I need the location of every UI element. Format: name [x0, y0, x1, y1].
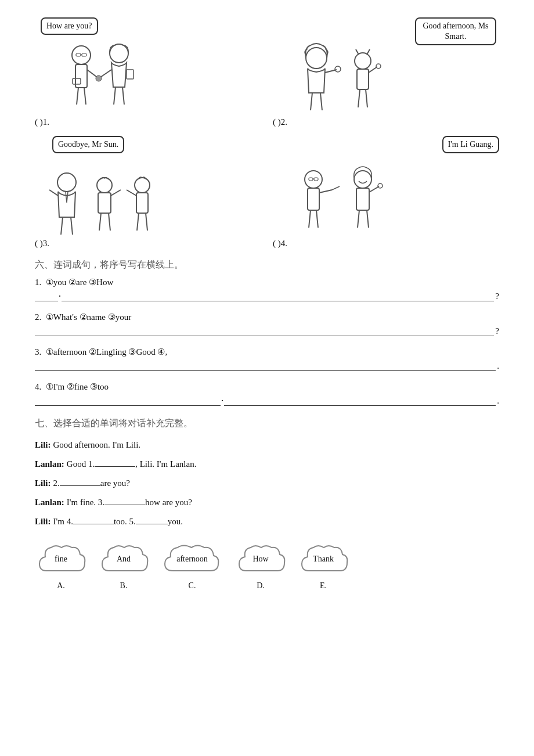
svg-point-28	[57, 173, 76, 192]
cloud-D: How	[234, 541, 287, 578]
svg-point-42	[305, 171, 322, 188]
option-E-letter: E.	[320, 581, 327, 591]
svg-rect-8	[73, 78, 81, 84]
svg-line-50	[332, 186, 340, 190]
blank-start-1	[35, 291, 58, 301]
section7-title: 七、选择合适的单词将对话补充完整。	[35, 417, 499, 430]
image-item-4: I'm Li Guang.	[273, 133, 499, 249]
cloud-A: fine	[35, 541, 87, 578]
answer-line-1: · ?	[35, 291, 499, 301]
svg-line-11	[122, 87, 124, 105]
svg-point-15	[306, 48, 327, 69]
text-lanlan2-before: I'm fine. 3.	[67, 493, 104, 512]
sentence-item-4: 4. ①I'm ②fine ③too · .	[35, 381, 499, 406]
option-A-letter: A.	[57, 581, 65, 591]
svg-rect-2	[82, 53, 86, 56]
answer-line-2: ?	[35, 326, 499, 336]
options-row: fine A. And B. afternoon C. How	[35, 541, 499, 591]
option-C: afternoon C.	[160, 541, 224, 591]
answer-line-3: .	[35, 361, 499, 371]
svg-point-51	[354, 171, 371, 188]
svg-line-21	[356, 49, 359, 55]
text-lili3-before: I'm 4.	[53, 512, 73, 531]
cloud-E: Thank	[297, 541, 349, 578]
svg-rect-23	[357, 69, 369, 89]
svg-point-20	[355, 53, 371, 69]
sentence-item-1: 1. ①you ②are ③How · ?	[35, 277, 499, 301]
cloud-C: afternoon	[160, 541, 224, 578]
blank-main-2	[35, 326, 494, 336]
answer-line-4: · .	[35, 395, 499, 406]
svg-line-53	[358, 210, 359, 228]
svg-rect-38	[136, 193, 148, 213]
svg-line-47	[309, 210, 311, 228]
option-B-letter: B.	[120, 581, 128, 591]
blank-main-4b	[224, 395, 496, 406]
scene-1: How are you?	[35, 12, 261, 116]
option-B-word: And	[117, 555, 131, 564]
svg-line-34	[99, 213, 101, 231]
blank-7-4	[73, 514, 114, 524]
text-lili2-after: are you?	[100, 474, 130, 493]
svg-line-41	[127, 190, 136, 196]
svg-rect-44	[314, 178, 318, 181]
end-punct-4: .	[497, 396, 499, 406]
svg-point-27	[376, 64, 381, 69]
svg-line-17	[320, 93, 322, 110]
dialogue-line-lili3: Lili: I'm 4. too. 5. you.	[35, 512, 499, 531]
image-item-3: Goodbye, Mr Sun.	[35, 133, 261, 249]
svg-point-9	[110, 44, 128, 63]
blank-7-1	[95, 456, 135, 467]
svg-rect-43	[309, 178, 313, 181]
option-C-word: afternoon	[176, 555, 208, 564]
svg-line-31	[49, 190, 58, 196]
scene-3: Goodbye, Mr Sun.	[35, 133, 261, 237]
svg-rect-52	[356, 188, 369, 210]
blank-7-3	[104, 495, 145, 505]
sentence-num-1: 1. ①you ②are ③How	[35, 277, 499, 287]
sentence-num-3: 3. ①afternoon ②Lingling ③Good ④,	[35, 347, 499, 357]
option-A-word: fine	[55, 555, 67, 564]
svg-line-55	[369, 186, 379, 192]
end-punct-3: .	[497, 361, 499, 371]
text-lanlan2-after: how are you?	[145, 493, 192, 512]
end-punct-2: ?	[495, 326, 499, 336]
speaker-lili3: Lili:	[35, 512, 51, 531]
speaker-lili1: Lili:	[35, 435, 51, 455]
svg-line-40	[146, 213, 147, 231]
svg-point-37	[135, 178, 150, 193]
text-lili2-before: 2.	[53, 474, 60, 493]
option-A: fine A.	[35, 541, 87, 591]
svg-line-39	[137, 213, 139, 231]
section6-title: 六、连词成句，将序号写在横线上。	[35, 259, 499, 271]
option-B: And B.	[98, 541, 150, 591]
svg-rect-1	[76, 53, 81, 56]
svg-line-10	[114, 87, 116, 105]
blank-main-3	[35, 361, 496, 371]
blank-7-2	[60, 476, 100, 486]
svg-line-36	[111, 190, 121, 196]
label-3: ( )3.	[35, 239, 49, 249]
svg-line-22	[367, 49, 370, 55]
label-2: ( )2.	[273, 117, 287, 127]
dialogue-block: Lili: Good afternoon. I'm Lili. Lanlan: …	[35, 435, 499, 531]
option-E: Thank E.	[297, 541, 349, 591]
svg-point-32	[97, 178, 112, 193]
speech-bubble-4: I'm Li Guang.	[442, 136, 499, 153]
svg-rect-33	[98, 193, 111, 213]
text-lili1: Good afternoon. I'm Lili.	[53, 435, 141, 455]
svg-rect-14	[127, 70, 134, 79]
speaker-lanlan1: Lanlan:	[35, 455, 64, 474]
option-C-letter: C.	[189, 581, 196, 591]
svg-point-0	[72, 46, 91, 64]
svg-point-19	[335, 66, 341, 72]
figure-svg-1	[41, 23, 157, 116]
svg-line-25	[366, 89, 367, 107]
blank-main-4a	[35, 395, 221, 406]
blank-7-5	[136, 514, 168, 524]
option-E-word: Thank	[313, 555, 334, 564]
section5-images: How are you?	[35, 12, 499, 249]
figure-svg-4	[273, 145, 389, 237]
svg-line-26	[369, 67, 377, 73]
dialogue-line-lili1: Lili: Good afternoon. I'm Lili.	[35, 435, 499, 455]
